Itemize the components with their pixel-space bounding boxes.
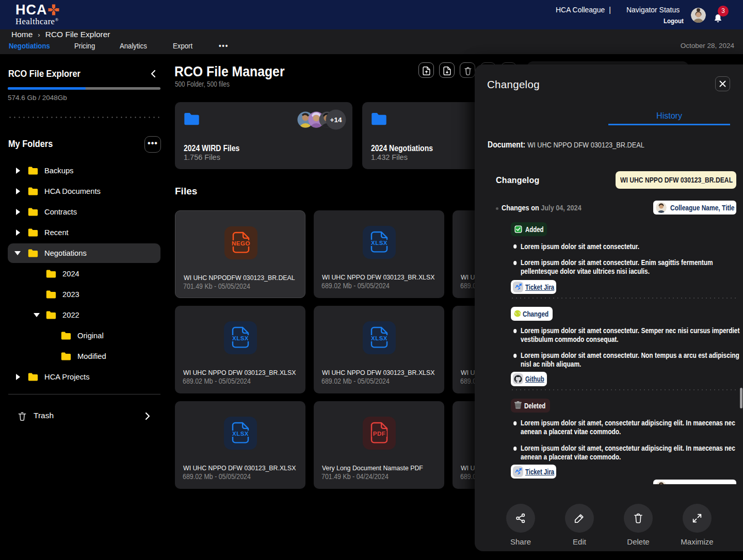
svg-text:+14: +14 <box>330 116 342 124</box>
